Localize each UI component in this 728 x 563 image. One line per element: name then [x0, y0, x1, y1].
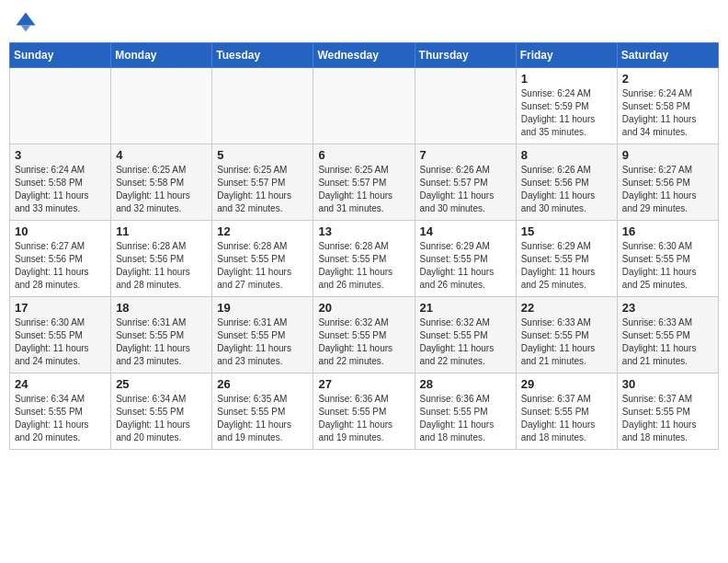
calendar-cell: 1Sunrise: 6:24 AM Sunset: 5:59 PM Daylig… [516, 68, 617, 144]
calendar-cell: 17Sunrise: 6:30 AM Sunset: 5:55 PM Dayli… [10, 297, 111, 373]
calendar-cell [212, 68, 313, 144]
calendar-week-4: 17Sunrise: 6:30 AM Sunset: 5:55 PM Dayli… [10, 297, 719, 373]
calendar: SundayMondayTuesdayWednesdayThursdayFrid… [9, 42, 719, 450]
calendar-cell: 4Sunrise: 6:25 AM Sunset: 5:58 PM Daylig… [111, 144, 212, 221]
svg-marker-1 [21, 26, 31, 32]
calendar-cell: 22Sunrise: 6:33 AM Sunset: 5:55 PM Dayli… [516, 297, 617, 373]
day-info: Sunrise: 6:37 AM Sunset: 5:55 PM Dayligh… [521, 393, 612, 444]
calendar-cell: 8Sunrise: 6:26 AM Sunset: 5:56 PM Daylig… [516, 144, 617, 221]
weekday-header-saturday: Saturday [617, 43, 718, 68]
day-info: Sunrise: 6:24 AM Sunset: 5:58 PM Dayligh… [15, 164, 106, 215]
day-number: 30 [622, 377, 713, 391]
calendar-cell: 5Sunrise: 6:25 AM Sunset: 5:57 PM Daylig… [212, 144, 313, 221]
calendar-cell: 9Sunrise: 6:27 AM Sunset: 5:56 PM Daylig… [617, 144, 718, 221]
calendar-cell: 30Sunrise: 6:37 AM Sunset: 5:55 PM Dayli… [617, 373, 718, 450]
day-info: Sunrise: 6:26 AM Sunset: 5:56 PM Dayligh… [521, 164, 612, 215]
calendar-cell: 21Sunrise: 6:32 AM Sunset: 5:55 PM Dayli… [415, 297, 516, 373]
weekday-header-sunday: Sunday [10, 43, 111, 68]
calendar-cell: 23Sunrise: 6:33 AM Sunset: 5:55 PM Dayli… [617, 297, 718, 373]
day-number: 21 [420, 301, 511, 315]
calendar-week-1: 1Sunrise: 6:24 AM Sunset: 5:59 PM Daylig… [10, 68, 719, 144]
day-number: 13 [318, 224, 409, 238]
weekday-header-thursday: Thursday [415, 43, 516, 68]
day-info: Sunrise: 6:27 AM Sunset: 5:56 PM Dayligh… [15, 240, 106, 292]
calendar-header: SundayMondayTuesdayWednesdayThursdayFrid… [10, 43, 719, 68]
day-info: Sunrise: 6:34 AM Sunset: 5:55 PM Dayligh… [15, 393, 106, 444]
day-info: Sunrise: 6:29 AM Sunset: 5:55 PM Dayligh… [420, 240, 511, 292]
day-info: Sunrise: 6:25 AM Sunset: 5:57 PM Dayligh… [217, 164, 308, 215]
day-info: Sunrise: 6:32 AM Sunset: 5:55 PM Dayligh… [318, 316, 409, 368]
weekday-header-wednesday: Wednesday [313, 43, 415, 68]
calendar-cell: 6Sunrise: 6:25 AM Sunset: 5:57 PM Daylig… [313, 144, 415, 221]
day-info: Sunrise: 6:33 AM Sunset: 5:55 PM Dayligh… [622, 316, 713, 368]
day-number: 29 [521, 377, 612, 391]
day-info: Sunrise: 6:28 AM Sunset: 5:55 PM Dayligh… [217, 240, 308, 292]
day-number: 11 [116, 224, 207, 238]
day-number: 8 [521, 148, 612, 162]
day-info: Sunrise: 6:27 AM Sunset: 5:56 PM Dayligh… [622, 164, 713, 215]
calendar-cell: 7Sunrise: 6:26 AM Sunset: 5:57 PM Daylig… [415, 144, 516, 221]
day-info: Sunrise: 6:37 AM Sunset: 5:55 PM Dayligh… [622, 393, 713, 444]
calendar-week-3: 10Sunrise: 6:27 AM Sunset: 5:56 PM Dayli… [10, 221, 719, 297]
calendar-cell: 18Sunrise: 6:31 AM Sunset: 5:55 PM Dayli… [111, 297, 212, 373]
day-info: Sunrise: 6:36 AM Sunset: 5:55 PM Dayligh… [318, 393, 409, 444]
day-info: Sunrise: 6:28 AM Sunset: 5:56 PM Dayligh… [116, 240, 207, 292]
calendar-cell [415, 68, 516, 144]
day-info: Sunrise: 6:30 AM Sunset: 5:55 PM Dayligh… [622, 240, 713, 292]
day-number: 25 [116, 377, 207, 391]
weekday-header-friday: Friday [516, 43, 617, 68]
day-info: Sunrise: 6:35 AM Sunset: 5:55 PM Dayligh… [217, 393, 308, 444]
day-info: Sunrise: 6:26 AM Sunset: 5:57 PM Dayligh… [420, 164, 511, 215]
day-info: Sunrise: 6:36 AM Sunset: 5:55 PM Dayligh… [420, 393, 511, 444]
calendar-cell [313, 68, 415, 144]
calendar-cell: 16Sunrise: 6:30 AM Sunset: 5:55 PM Dayli… [617, 221, 718, 297]
day-number: 6 [318, 148, 409, 162]
day-number: 27 [318, 377, 409, 391]
day-number: 20 [318, 301, 409, 315]
day-number: 4 [116, 148, 207, 162]
svg-marker-0 [17, 13, 36, 26]
calendar-cell: 2Sunrise: 6:24 AM Sunset: 5:58 PM Daylig… [617, 68, 718, 144]
calendar-cell: 27Sunrise: 6:36 AM Sunset: 5:55 PM Dayli… [313, 373, 415, 450]
weekday-header-monday: Monday [111, 43, 212, 68]
page-header [9, 9, 719, 35]
day-number: 5 [217, 148, 308, 162]
calendar-cell: 13Sunrise: 6:28 AM Sunset: 5:55 PM Dayli… [313, 221, 415, 297]
calendar-cell: 20Sunrise: 6:32 AM Sunset: 5:55 PM Dayli… [313, 297, 415, 373]
logo [13, 9, 40, 35]
calendar-cell: 12Sunrise: 6:28 AM Sunset: 5:55 PM Dayli… [212, 221, 313, 297]
day-info: Sunrise: 6:32 AM Sunset: 5:55 PM Dayligh… [420, 316, 511, 368]
calendar-week-2: 3Sunrise: 6:24 AM Sunset: 5:58 PM Daylig… [10, 144, 719, 221]
day-number: 16 [622, 224, 713, 238]
day-number: 12 [217, 224, 308, 238]
day-info: Sunrise: 6:34 AM Sunset: 5:55 PM Dayligh… [116, 393, 207, 444]
day-number: 22 [521, 301, 612, 315]
day-info: Sunrise: 6:25 AM Sunset: 5:58 PM Dayligh… [116, 164, 207, 215]
weekday-row: SundayMondayTuesdayWednesdayThursdayFrid… [10, 43, 719, 68]
day-info: Sunrise: 6:28 AM Sunset: 5:55 PM Dayligh… [318, 240, 409, 292]
day-number: 1 [521, 72, 612, 86]
calendar-cell: 29Sunrise: 6:37 AM Sunset: 5:55 PM Dayli… [516, 373, 617, 450]
calendar-cell: 25Sunrise: 6:34 AM Sunset: 5:55 PM Dayli… [111, 373, 212, 450]
calendar-cell: 24Sunrise: 6:34 AM Sunset: 5:55 PM Dayli… [10, 373, 111, 450]
day-number: 10 [15, 224, 106, 238]
calendar-cell: 28Sunrise: 6:36 AM Sunset: 5:55 PM Dayli… [415, 373, 516, 450]
day-info: Sunrise: 6:25 AM Sunset: 5:57 PM Dayligh… [318, 164, 409, 215]
calendar-cell: 26Sunrise: 6:35 AM Sunset: 5:55 PM Dayli… [212, 373, 313, 450]
calendar-cell: 14Sunrise: 6:29 AM Sunset: 5:55 PM Dayli… [415, 221, 516, 297]
day-number: 7 [420, 148, 511, 162]
day-number: 23 [622, 301, 713, 315]
day-number: 19 [217, 301, 308, 315]
weekday-header-tuesday: Tuesday [212, 43, 313, 68]
day-number: 3 [15, 148, 106, 162]
day-number: 9 [622, 148, 713, 162]
calendar-week-5: 24Sunrise: 6:34 AM Sunset: 5:55 PM Dayli… [10, 373, 719, 450]
calendar-cell: 11Sunrise: 6:28 AM Sunset: 5:56 PM Dayli… [111, 221, 212, 297]
calendar-body: 1Sunrise: 6:24 AM Sunset: 5:59 PM Daylig… [10, 68, 719, 450]
calendar-cell: 3Sunrise: 6:24 AM Sunset: 5:58 PM Daylig… [10, 144, 111, 221]
day-info: Sunrise: 6:31 AM Sunset: 5:55 PM Dayligh… [116, 316, 207, 368]
calendar-cell: 19Sunrise: 6:31 AM Sunset: 5:55 PM Dayli… [212, 297, 313, 373]
calendar-cell [10, 68, 111, 144]
day-info: Sunrise: 6:31 AM Sunset: 5:55 PM Dayligh… [217, 316, 308, 368]
calendar-cell: 15Sunrise: 6:29 AM Sunset: 5:55 PM Dayli… [516, 221, 617, 297]
